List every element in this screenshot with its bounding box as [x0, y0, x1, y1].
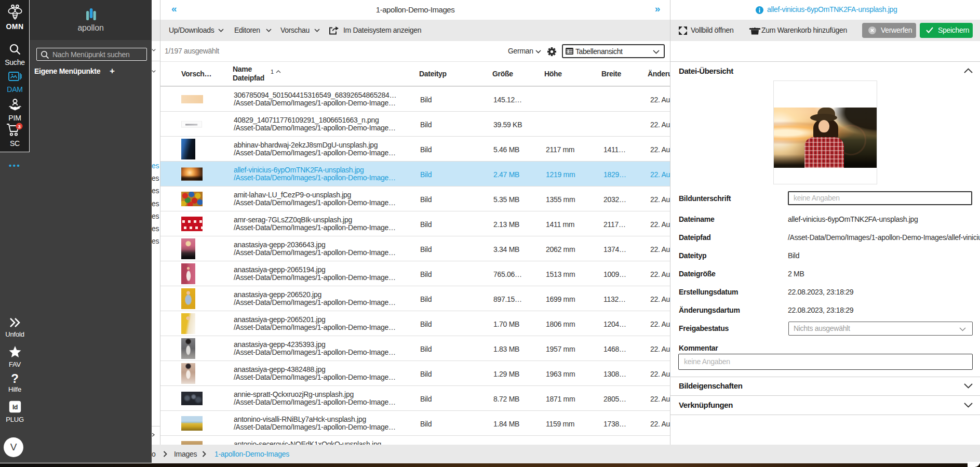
svg-text:Id: Id	[12, 404, 17, 411]
svg-text:3: 3	[18, 124, 20, 129]
